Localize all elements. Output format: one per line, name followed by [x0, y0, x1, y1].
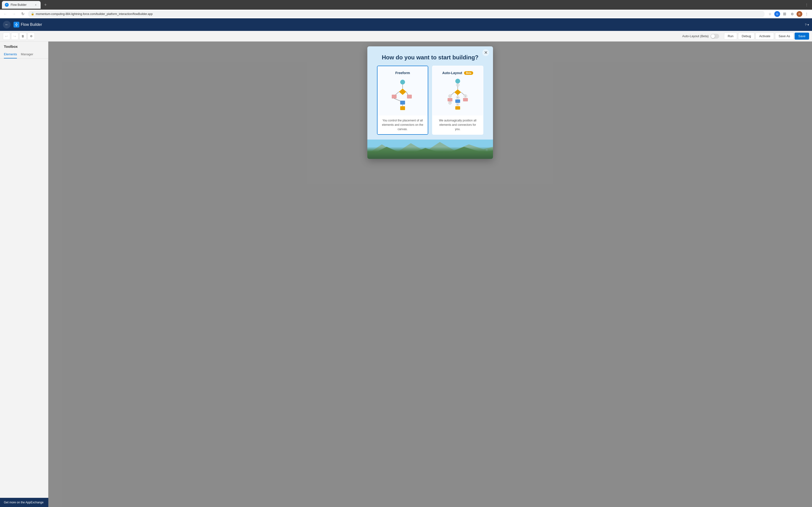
redo-btn[interactable]: ↪	[11, 33, 18, 40]
tab-close-btn[interactable]: ×	[34, 3, 38, 7]
appexchange-link[interactable]: Get more on the AppExchange	[0, 498, 48, 507]
new-tab-btn[interactable]: +	[43, 2, 48, 8]
url-text: momentum-computing-884.lightning.force.c…	[36, 12, 153, 16]
freeform-diagram	[388, 78, 417, 112]
svg-rect-11	[400, 101, 405, 105]
svg-marker-49	[483, 151, 489, 159]
auto-layout-switch[interactable]	[711, 34, 719, 39]
svg-point-50	[396, 155, 435, 159]
undo-btn[interactable]: ↩	[3, 33, 10, 40]
auto-layout-option-card[interactable]: Auto-Layout Beta	[432, 66, 483, 135]
forward-btn[interactable]: →	[11, 11, 17, 17]
settings-icon[interactable]: ⚙	[789, 11, 796, 17]
svg-point-0	[6, 4, 8, 6]
auto-layout-diagram	[443, 78, 472, 112]
start-building-dialog: ✕ How do you want to start building? Fre…	[367, 46, 493, 159]
profile-btn[interactable]: R	[797, 11, 802, 17]
debug-btn[interactable]: Debug	[738, 33, 755, 40]
auto-layout-card-description: We automagically position all elements a…	[433, 115, 483, 134]
delete-btn[interactable]: 🗑	[19, 33, 27, 40]
svg-rect-41	[455, 106, 460, 110]
svg-marker-45	[372, 152, 377, 159]
options-container: Freeform	[377, 66, 483, 135]
browser-addressbar: ← → ↻ 🔒 momentum-computing-884.lightning…	[0, 10, 812, 18]
auto-layout-label: Auto-Layout (Beta)	[682, 34, 709, 38]
tab-title: Flow Builder	[11, 3, 27, 6]
freeform-card-title: Freeform	[395, 71, 410, 75]
auto-layout-toggle: Auto-Layout (Beta)	[682, 34, 719, 39]
save-as-btn[interactable]: Save As	[775, 33, 794, 40]
back-btn[interactable]: ←	[2, 11, 9, 17]
extension-icon[interactable]: ⊞	[781, 11, 788, 17]
svg-point-14	[455, 79, 460, 83]
browser-tab[interactable]: Flow Builder ×	[2, 1, 41, 9]
dialog-close-btn[interactable]: ✕	[483, 49, 489, 56]
svg-rect-32	[455, 100, 460, 103]
address-field[interactable]: 🔒 momentum-computing-884.lightning.force…	[28, 11, 765, 17]
svg-rect-9	[407, 95, 412, 99]
star-icon[interactable]: ☆	[767, 11, 773, 17]
main-layout: Toolbox Elements Manager Get more on the…	[0, 42, 812, 507]
properties-btn[interactable]: ⚙	[28, 33, 35, 40]
browser-actions: ☆ G ⊞ ⚙ R ⋮	[767, 11, 810, 17]
canvas-area[interactable]: ✕ How do you want to start building? Fre…	[48, 42, 812, 507]
freeform-option-card[interactable]: Freeform	[377, 66, 428, 135]
svg-marker-44	[367, 147, 493, 159]
app-header: ← Flow Builder ? ▾	[0, 18, 812, 31]
svg-rect-42	[367, 139, 493, 159]
help-btn[interactable]: ? ▾	[805, 23, 809, 26]
browser-chrome: Flow Builder × + ⋮	[0, 0, 812, 10]
account-circle-icon[interactable]: G	[774, 11, 780, 17]
toolbox-tabs: Elements Manager	[0, 50, 48, 59]
app-back-btn[interactable]: ←	[3, 21, 11, 29]
svg-marker-46	[377, 151, 383, 159]
run-btn[interactable]: Run	[724, 33, 737, 40]
dialog-header: How do you want to start building? Freef…	[367, 46, 493, 139]
svg-rect-24	[448, 98, 452, 101]
freeform-card-visual: Freeform	[377, 66, 428, 115]
svg-rect-37	[463, 98, 468, 101]
dialog-landscape	[367, 139, 493, 159]
modal-overlay: ✕ How do you want to start building? Fre…	[48, 42, 812, 507]
svg-rect-51	[486, 149, 488, 158]
toolbar: ↩ ↪ 🗑 ⚙ Auto-Layout (Beta) Run Debug Act…	[0, 31, 812, 42]
browser-settings-icon: ⋮	[803, 1, 810, 8]
svg-marker-47	[370, 153, 373, 159]
app-logo-icon	[13, 22, 19, 27]
svg-marker-19	[454, 89, 461, 95]
svg-point-3	[400, 80, 405, 84]
auto-layout-card-visual: Auto-Layout Beta	[433, 66, 483, 115]
freeform-card-description: You control the placement of all element…	[377, 115, 428, 134]
auto-layout-card-title: Auto-Layout Beta	[442, 71, 473, 75]
beta-badge: Beta	[464, 71, 473, 75]
menu-icon[interactable]: ⋮	[803, 11, 810, 17]
save-btn[interactable]: Save	[795, 33, 809, 40]
svg-marker-48	[478, 152, 483, 159]
app-logo: Flow Builder	[13, 22, 42, 27]
toolbox-header: Toolbox	[0, 42, 48, 50]
svg-rect-13	[400, 106, 405, 110]
tab-manager[interactable]: Manager	[21, 50, 33, 58]
lock-icon: 🔒	[31, 12, 34, 15]
tab-favicon	[5, 3, 9, 7]
activate-btn[interactable]: Activate	[755, 33, 774, 40]
toolbox-sidebar: Toolbox Elements Manager Get more on the…	[0, 42, 48, 507]
dialog-title: How do you want to start building?	[377, 54, 483, 61]
reload-btn[interactable]: ↻	[19, 11, 26, 17]
app-title: Flow Builder	[21, 22, 42, 27]
svg-marker-5	[399, 89, 406, 95]
tab-elements[interactable]: Elements	[4, 50, 17, 58]
svg-rect-7	[392, 95, 397, 99]
